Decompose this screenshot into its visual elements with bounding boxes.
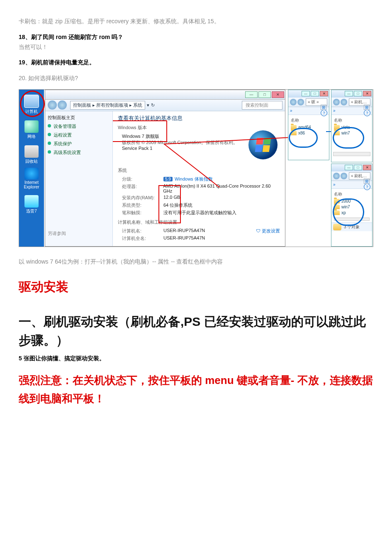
ex1-col-header: 名称 (291, 117, 326, 123)
row-cpu: 处理器: AMD Athlon(tm) II X4 631 Quad-Core … (122, 183, 280, 193)
sidebar: 控制面板主页 设备管理器 远程设置 系统保护 高级系统设置 另请参阅 (45, 111, 113, 246)
ex1-min[interactable]: — (302, 91, 310, 96)
bc-2[interactable]: 系统 (133, 103, 142, 108)
desktop-recycle-label: 回收站 (25, 159, 38, 164)
cpu-key: 处理器: (122, 183, 163, 193)
help-icon[interactable]: ? (321, 110, 327, 116)
row-ram: 安装内存(RAM): 12.0 GB (122, 195, 280, 201)
ex3-menu[interactable]: » (333, 182, 336, 187)
paragraph-5pics: 5 张图让你搞懂、搞定驱动安装。 (19, 354, 373, 364)
a18: 当然可以！ (19, 44, 48, 50)
minimize-button[interactable]: — (245, 91, 258, 98)
search-input[interactable]: 搜索控制面 (242, 101, 282, 110)
address-bar: 控制面板 ▸ 所有控制面板项 ▸ 系统 ▾ ↻ 搜索控制面 (45, 100, 285, 111)
sidebar-link-advanced[interactable]: 高级系统设置 (48, 149, 110, 156)
explorer-window-64bit: — □ ✕ « 刷机… » ⊞ ? 名称 vista win7 (331, 90, 373, 162)
main-pane: 查看有关计算机的基本信息 Windows 版本 Windows 7 旗舰版 版权… (113, 111, 285, 246)
row-type: 系统类型: 64 位操作系统 (122, 202, 280, 208)
ex3-back[interactable] (333, 173, 340, 179)
desktop-xunlei-icon[interactable]: 迅雷7 (23, 193, 40, 214)
ex1-max[interactable]: □ (311, 91, 319, 96)
annotation-blue-circle-32 (333, 198, 364, 226)
desktop-recycle-icon[interactable]: 回收站 (23, 143, 40, 164)
ex3-toolbar: » ⊞ ? (331, 181, 372, 189)
nav-fwd-button[interactable] (58, 100, 67, 110)
breadcrumb[interactable]: 控制面板 ▸ 所有控制面板项 ▸ 系统 (70, 101, 145, 110)
ex3-max[interactable]: □ (354, 165, 362, 170)
desktop-network-icon[interactable]: 网络 (23, 118, 40, 139)
ex2-min[interactable]: — (345, 91, 353, 96)
ex2-back[interactable] (333, 99, 340, 105)
close-button[interactable]: ✕ (272, 91, 284, 98)
rating-badge: 5.9 (163, 177, 173, 181)
bc-1[interactable]: 所有控制面板项 (96, 103, 128, 108)
sidebar-link-protect[interactable]: 系统保护 (48, 141, 110, 147)
warning-paragraph: 强烈注意：在关机状态下，按住平板的 menu 键或者音量- 不放，连接数据线到电… (19, 371, 373, 408)
desktop-ie-icon[interactable]: Internet Explorer (23, 168, 40, 189)
ex2-col-header: 名称 (334, 117, 370, 123)
help-icon[interactable]: ? (364, 183, 370, 190)
ex2-scrollbar[interactable] (333, 152, 370, 156)
ex3-col-header: 名称 (334, 191, 370, 197)
ex1-close[interactable]: ✕ (320, 91, 328, 96)
ex1-menu[interactable]: » (290, 108, 292, 113)
xunlei-icon (24, 195, 39, 208)
ex2-toolbar: » ⊞ ? (331, 107, 372, 115)
folder-icon (333, 224, 341, 230)
type-key: 系统类型: (122, 202, 163, 208)
annotation-redbox-system (158, 185, 181, 223)
maximize-button[interactable]: □ (258, 91, 271, 98)
ie-icon (24, 168, 39, 179)
network-icon (24, 120, 39, 133)
recycle-icon (24, 145, 39, 158)
sidebar-link-remote[interactable]: 远程设置 (48, 132, 110, 138)
ram-key: 安装内存(RAM): (122, 195, 163, 201)
ex2-menu[interactable]: » (333, 108, 336, 113)
ex2-close[interactable]: ✕ (363, 91, 371, 96)
sidebar-footer: 另请参阅 (48, 230, 110, 237)
annotation-blue-circle-arch (289, 128, 318, 148)
ex1-fwd[interactable] (297, 99, 304, 105)
row-name: 计算机名: USER-IRUP75A47N 🛡 更改设置 (122, 228, 280, 234)
desktop-ie-label1: Internet (24, 180, 39, 185)
name-header: 计算机名称、域和工作组设置 (118, 219, 280, 225)
explorer-window-arch: — □ ✕ « 驱 » » ⊞ ? 名称 amd64 x86 (288, 90, 329, 160)
ex2-fwd[interactable] (341, 99, 347, 105)
system-properties-window: — □ ✕ 控制面板 ▸ 所有控制面板项 ▸ 系统 ▾ ↻ 搜索控制面 控制面板… (45, 90, 285, 247)
fullname-key: 计算机全名: (122, 235, 163, 242)
annotation-red-circle (20, 90, 45, 117)
nav-back-button[interactable] (48, 100, 57, 110)
name-key: 计算机名: (122, 228, 163, 234)
sidebar-link-device-mgr[interactable]: 设备管理器 (48, 123, 110, 130)
rating-key: 分级: (122, 176, 163, 182)
help-icon[interactable]: ? (364, 110, 370, 116)
desktop-ie-label2: Explorer (24, 185, 39, 189)
ex2-max[interactable]: □ (354, 91, 362, 96)
screenshot-caption: 以 windows 7 64位为例：打开--计算机（我的电脑）-- 属性 -- … (19, 257, 373, 267)
ex1-toolbar: » ⊞ ? (288, 107, 329, 115)
q18: 18、刷了民间 rom 还能刷官方 rom 吗？ 当然可以！ (19, 32, 373, 52)
annotation-redbox-edition (113, 120, 167, 142)
windows-logo-icon (248, 130, 278, 159)
row-pen: 笔和触摸: 没有可用于此显示器的笔或触控输入 (122, 210, 280, 216)
ex3-titlebar: — □ ✕ (331, 164, 372, 171)
desktop-xunlei-label: 迅雷7 (26, 208, 37, 214)
ex1-back[interactable] (290, 99, 297, 105)
ex3-fwd[interactable] (341, 173, 347, 179)
heading-section-1: 一、刷机驱动安装（刷机必备,PS 已经安装过驱动的可以跳过此步骤。） (19, 312, 373, 350)
bc-0[interactable]: 控制面板 (73, 103, 91, 108)
change-settings-link[interactable]: 🛡 更改设置 (256, 228, 280, 234)
q20: 20. 如何选择刷机驱动? (19, 73, 373, 83)
q18-title: 18、刷了民间 rom 还能刷官方 rom 吗？ (19, 34, 123, 40)
pen-key: 笔和触摸: (122, 210, 163, 216)
annotation-blue-circle-64 (333, 127, 364, 149)
heading-driver-install: 驱动安装 (19, 279, 373, 296)
sidebar-home[interactable]: 控制面板主页 (48, 115, 110, 121)
fullname-value: USER-IRUP75A47N (163, 235, 205, 242)
row-fullname: 计算机全名: USER-IRUP75A47N (122, 235, 280, 242)
ex3-min[interactable]: — (345, 165, 353, 170)
q19: 19、刷机前请保持电量充足。 (19, 58, 373, 68)
name-value: USER-IRUP75A47N (163, 228, 205, 234)
ex3-close[interactable]: ✕ (363, 165, 371, 170)
paragraph-zip: 卡刷包：就是 zip 压缩包。是用于 recovery 来更新、修改系统。具体相… (19, 17, 373, 27)
